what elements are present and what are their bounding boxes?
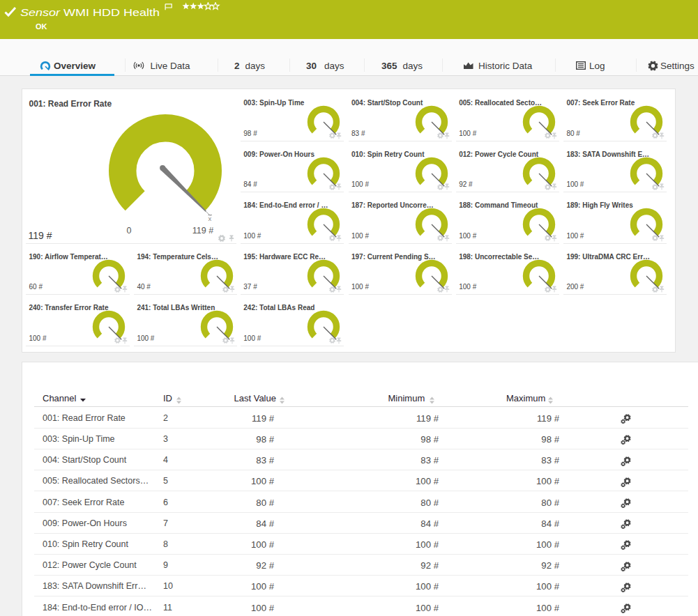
svg-text:x: x	[208, 214, 212, 222]
